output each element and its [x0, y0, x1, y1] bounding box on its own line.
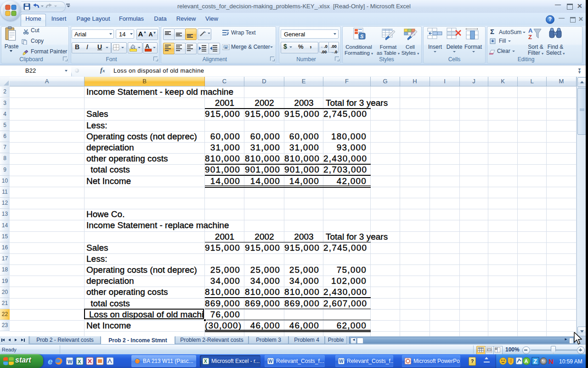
svg-text:e: e	[48, 356, 53, 366]
svg-text:Z: Z	[533, 358, 537, 365]
svg-text:A: A	[525, 358, 528, 364]
svg-text:W: W	[268, 359, 273, 364]
svg-text:A: A	[528, 27, 533, 34]
svg-text:X: X	[78, 359, 81, 364]
svg-text:N: N	[548, 357, 554, 365]
svg-text:a: a	[225, 46, 227, 50]
svg-text:X: X	[204, 359, 207, 364]
svg-text:Z: Z	[528, 34, 532, 40]
svg-text:W: W	[68, 359, 73, 364]
svg-text:S: S	[360, 34, 364, 39]
svg-text:W: W	[339, 359, 344, 364]
